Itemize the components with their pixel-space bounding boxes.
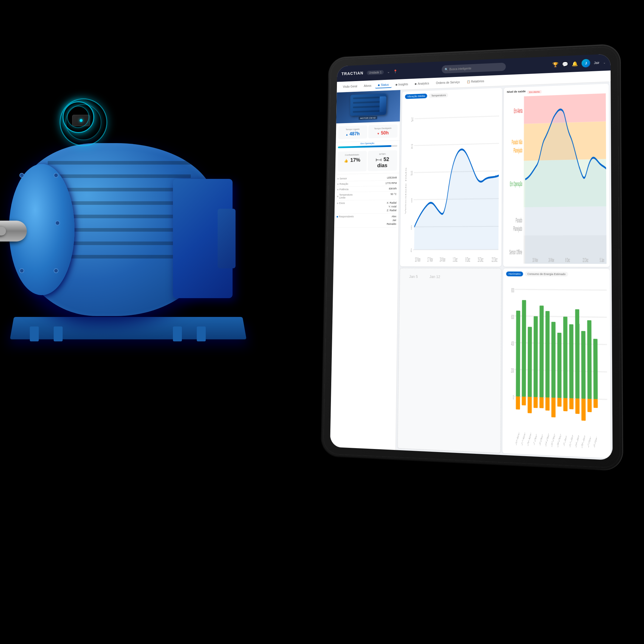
tab-analytics[interactable]: Analytics	[412, 81, 432, 87]
asset-info-list: Sensor LEE2648 Rotação 1770 RPM	[334, 173, 399, 230]
bottom-left-chart-card: Jan 5 Jan 12	[397, 268, 501, 453]
svg-rect-52	[522, 300, 526, 397]
bell-icon[interactable]: 🔔	[572, 61, 578, 67]
svg-rect-77	[569, 398, 573, 409]
app-logo: TRACTIAN	[341, 71, 363, 76]
horimetro-svg: 800 600 400 200 0 10 Nov	[505, 279, 607, 455]
chat-icon[interactable]: 💬	[562, 61, 568, 67]
nivel-saude-title: Nível de saúde	[507, 90, 526, 93]
mtbfi-value: ⊢⊣ 52 dias	[370, 156, 395, 169]
tab-ativos[interactable]: Ativos	[361, 83, 374, 89]
tab-relatorios[interactable]: 📋 Relatórios	[464, 78, 487, 85]
vibration-svg: 14 12 10 8 6 4 Velocidade RMS	[403, 98, 499, 264]
svg-rect-50	[516, 397, 520, 410]
svg-text:5 Jan: 5 Jan	[600, 257, 604, 263]
app-content: MOTOR CM 42 Tempo Ligado ▲ 487h	[330, 82, 613, 460]
asset-image: MOTOR CM 42	[336, 90, 400, 123]
svg-rect-85	[587, 320, 592, 399]
tempo-ligado-value: ▲ 487h	[340, 131, 366, 137]
svg-text:15 Dez: 15 Dez	[545, 432, 549, 448]
nivel-badge: Em Alerta	[527, 90, 541, 94]
tab-vibracao-media[interactable]: Vibração Média	[405, 94, 427, 99]
svg-text:22 Dez: 22 Dez	[492, 256, 497, 263]
svg-text:5 Jan: 5 Jan	[563, 434, 567, 448]
vibration-tabs: Vibração Média Temperatura	[405, 91, 499, 99]
unit-dropdown-icon[interactable]: ⌄	[387, 70, 390, 74]
confiabilidade-card: Confiabilidade: 👍 17%	[338, 151, 367, 172]
tempo-desligado-label: Tempo Desligado	[370, 127, 396, 130]
tab-insights[interactable]: Insights	[393, 81, 411, 88]
insights-dot	[395, 84, 397, 86]
svg-line-39	[515, 290, 607, 290]
svg-rect-74	[563, 398, 567, 411]
confiabilidade-value: 👍 17%	[340, 157, 365, 163]
temp-limite-row: Temperatura Limite 50 °C	[337, 191, 397, 201]
tab-horimetro[interactable]: Horímetro	[506, 272, 523, 276]
confiabilidade-label: Confiabilidade:	[340, 153, 364, 157]
svg-rect-80	[575, 398, 580, 414]
svg-rect-61	[539, 306, 544, 397]
svg-rect-68	[551, 398, 555, 417]
mtbfi-card: MTBFi ⊢⊣ 52 dias	[368, 150, 397, 171]
svg-text:0: 0	[513, 394, 514, 401]
responsaveis-row: Responsáveis AlexJairReinaldo	[336, 213, 396, 227]
horimetro-tabs: Horímetro Consumo de Energia Estimado	[506, 272, 607, 277]
tempo-desligado-value: ▼ 50h	[370, 130, 396, 136]
svg-line-40	[515, 316, 607, 318]
search-bar[interactable]: 🔍 Busca inteligente	[442, 63, 506, 73]
svg-text:Em Operação: Em Operação	[510, 180, 522, 187]
svg-text:Em Alerta: Em Alerta	[514, 107, 522, 114]
svg-text:10 Nov: 10 Nov	[415, 256, 421, 263]
tab-visao-geral[interactable]: Visão Geral	[340, 83, 360, 90]
svg-rect-49	[516, 311, 520, 397]
tempo-ligado-card: Tempo Ligado ▲ 487h	[338, 125, 367, 139]
vibration-chart-area: 14 12 10 8 6 4 Velocidade RMS	[403, 98, 499, 264]
tempo-desligado-card: Tempo Desligado ▼ 50h	[368, 124, 398, 138]
nivel-saude-chart-card: Nível de saúde Em Alerta	[503, 84, 610, 267]
svg-text:Jan 12: Jan 12	[429, 275, 440, 279]
horimetro-chart-card: Horímetro Consumo de Energia Estimado	[502, 268, 611, 458]
user-avatar[interactable]: J	[582, 59, 590, 67]
header-icons: 🏆 💬 🔔 J Jair ⌄	[552, 58, 606, 69]
svg-text:Planejado: Planejado	[513, 147, 522, 154]
unit-selector[interactable]: Unidade 1	[367, 70, 384, 75]
svg-text:12: 12	[411, 143, 413, 150]
svg-text:8 Dez: 8 Dez	[565, 257, 570, 263]
analytics-dot	[415, 83, 417, 85]
left-panel: MOTOR CM 42 Tempo Ligado ▲ 487h	[330, 90, 401, 450]
search-placeholder: Busca inteligente	[449, 66, 471, 71]
trophy-icon[interactable]: 🏆	[552, 62, 558, 68]
svg-text:200: 200	[511, 366, 514, 374]
svg-line-0	[414, 116, 499, 119]
vibration-chart-card: Vibração Média Temperatura	[400, 88, 502, 267]
horimetro-chart-area: 800 600 400 200 0 10 Nov	[505, 279, 607, 455]
svg-rect-73	[563, 317, 567, 398]
svg-rect-59	[533, 397, 538, 408]
user-dropdown-icon[interactable]: ⌄	[603, 61, 606, 64]
svg-text:Planejado: Planejado	[513, 225, 522, 232]
tab-temperatura[interactable]: Temperatura	[429, 93, 448, 98]
svg-rect-62	[539, 397, 544, 408]
reliability-row: Confiabilidade: 👍 17% MTBFi ⊢⊣ 52 dias	[335, 148, 400, 174]
svg-line-1	[414, 143, 499, 145]
tablet-frame: TRACTIAN Unidade 1 ⌄ 📍 🔍 Busca inteligen…	[321, 44, 622, 470]
svg-rect-83	[581, 399, 586, 421]
svg-rect-65	[545, 397, 549, 411]
tab-status[interactable]: Status	[375, 82, 392, 89]
time-stats-row: Tempo Ligado ▲ 487h Tempo Desligado ▼ 50…	[336, 121, 400, 142]
tab-ordens[interactable]: Ordens de Serviço	[433, 79, 462, 86]
svg-rect-76	[569, 324, 573, 398]
user-name[interactable]: Jair	[594, 61, 599, 65]
svg-rect-53	[522, 397, 526, 405]
svg-text:24 Nov: 24 Nov	[549, 257, 554, 263]
svg-rect-89	[594, 399, 598, 408]
calendar-icon: ⊢⊣	[376, 158, 381, 162]
thumb-icon: 👍	[344, 159, 348, 163]
svg-rect-56	[528, 397, 532, 413]
svg-text:1 Dez: 1 Dez	[453, 256, 458, 263]
svg-text:17 Nov: 17 Nov	[521, 431, 526, 447]
svg-rect-58	[534, 316, 538, 397]
operacao-progress-fill	[338, 145, 391, 148]
tab-consumo-energia[interactable]: Consumo de Energia Estimado	[525, 272, 568, 277]
svg-text:22 Dez: 22 Dez	[551, 432, 555, 448]
